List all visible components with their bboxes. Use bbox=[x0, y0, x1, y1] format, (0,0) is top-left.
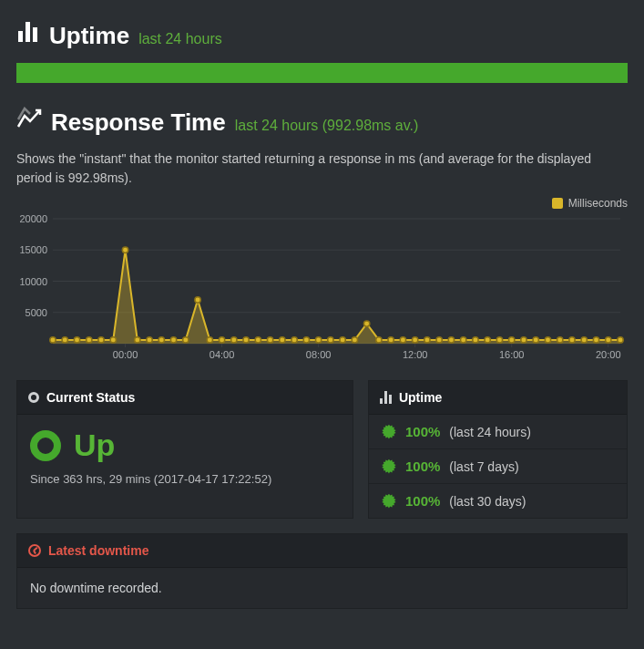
svg-point-41 bbox=[400, 337, 405, 343]
svg-point-16 bbox=[98, 337, 104, 343]
clock-icon bbox=[28, 544, 41, 557]
svg-point-59 bbox=[618, 337, 623, 343]
uptime-panel-header-label: Uptime bbox=[399, 390, 442, 405]
legend-label: Milliseconds bbox=[568, 197, 628, 210]
svg-point-57 bbox=[593, 337, 598, 343]
status-ring-icon bbox=[30, 430, 61, 461]
svg-point-27 bbox=[231, 337, 237, 343]
svg-point-12 bbox=[50, 337, 56, 343]
svg-point-42 bbox=[412, 337, 417, 343]
status-since: Since 363 hrs, 29 mins (2017-04-17 17:22… bbox=[30, 472, 340, 486]
response-description: Shows the "instant" that the monitor sta… bbox=[16, 149, 628, 188]
response-title: Response Time bbox=[51, 108, 226, 137]
svg-text:20000: 20000 bbox=[19, 213, 47, 224]
svg-text:5000: 5000 bbox=[26, 307, 47, 318]
uptime-period: (last 7 days) bbox=[449, 459, 518, 474]
starburst-icon bbox=[382, 494, 396, 509]
uptime-row: 100%(last 30 days) bbox=[369, 483, 627, 518]
svg-point-58 bbox=[606, 337, 611, 343]
svg-point-31 bbox=[280, 337, 285, 343]
current-status-header: Current Status bbox=[17, 381, 353, 415]
svg-point-54 bbox=[557, 337, 563, 343]
status-panels-row: Current Status Up Since 363 hrs, 29 mins… bbox=[16, 380, 628, 519]
latest-downtime-panel: Latest downtime No downtime recorded. bbox=[16, 533, 628, 609]
svg-point-17 bbox=[110, 337, 116, 343]
svg-point-15 bbox=[87, 337, 92, 343]
svg-point-45 bbox=[448, 337, 454, 343]
svg-point-38 bbox=[363, 321, 369, 326]
uptime-pct: 100% bbox=[405, 424, 440, 439]
bars-mini-icon bbox=[380, 391, 392, 404]
svg-point-46 bbox=[460, 337, 465, 343]
uptime-pct: 100% bbox=[405, 458, 440, 474]
bars-icon bbox=[16, 20, 40, 44]
uptime-title: Uptime bbox=[49, 22, 129, 50]
svg-text:12:00: 12:00 bbox=[403, 349, 428, 360]
svg-point-39 bbox=[376, 337, 382, 343]
svg-text:00:00: 00:00 bbox=[113, 349, 138, 360]
svg-point-25 bbox=[207, 337, 212, 343]
svg-point-43 bbox=[424, 337, 430, 343]
uptime-bar bbox=[16, 63, 628, 83]
response-subtitle: last 24 hours (992.98ms av.) bbox=[235, 118, 419, 134]
svg-point-34 bbox=[315, 337, 321, 343]
response-section-header: Response Time last 24 hours (992.98ms av… bbox=[16, 107, 628, 137]
uptime-panel-header: Uptime bbox=[369, 381, 627, 415]
svg-point-44 bbox=[436, 337, 442, 343]
svg-point-35 bbox=[328, 337, 333, 343]
uptime-subtitle: last 24 hours bbox=[138, 31, 222, 47]
latest-downtime-body: No downtime recorded. bbox=[17, 568, 627, 608]
svg-text:08:00: 08:00 bbox=[306, 349, 332, 360]
starburst-icon bbox=[382, 459, 396, 474]
svg-point-21 bbox=[158, 337, 164, 343]
uptime-row: 100%(last 24 hours) bbox=[369, 415, 627, 448]
svg-point-24 bbox=[195, 297, 200, 303]
uptime-list: 100%(last 24 hours)100%(last 7 days)100%… bbox=[369, 415, 627, 518]
svg-point-47 bbox=[473, 337, 478, 343]
status-dot-icon bbox=[28, 392, 39, 403]
svg-rect-0 bbox=[18, 31, 23, 42]
svg-point-22 bbox=[170, 337, 176, 343]
svg-point-23 bbox=[183, 337, 189, 343]
svg-point-33 bbox=[303, 337, 309, 343]
svg-point-32 bbox=[291, 337, 297, 343]
svg-text:10000: 10000 bbox=[19, 276, 47, 287]
svg-point-36 bbox=[340, 337, 345, 343]
chart-legend: Milliseconds bbox=[16, 197, 628, 210]
svg-rect-1 bbox=[26, 22, 30, 42]
response-chart: Milliseconds 500010000150002000000:0004:… bbox=[16, 197, 628, 364]
svg-text:20:00: 20:00 bbox=[596, 349, 621, 360]
latest-downtime-header: Latest downtime bbox=[17, 534, 627, 568]
trend-icon bbox=[16, 107, 42, 130]
svg-point-56 bbox=[581, 337, 587, 343]
svg-point-55 bbox=[569, 337, 575, 343]
svg-point-19 bbox=[135, 337, 140, 343]
status-main: Up bbox=[30, 428, 340, 463]
uptime-pct: 100% bbox=[405, 493, 440, 509]
svg-point-51 bbox=[521, 337, 526, 343]
uptime-period: (last 24 hours) bbox=[449, 425, 530, 439]
svg-point-13 bbox=[62, 337, 67, 343]
current-status-header-label: Current Status bbox=[46, 390, 135, 405]
svg-text:04:00: 04:00 bbox=[210, 349, 235, 360]
uptime-section-header: Uptime last 24 hours bbox=[16, 20, 628, 50]
svg-point-28 bbox=[243, 337, 249, 343]
svg-point-30 bbox=[267, 337, 272, 343]
svg-point-14 bbox=[74, 337, 79, 343]
svg-point-20 bbox=[147, 337, 152, 343]
svg-point-53 bbox=[545, 337, 550, 343]
current-status-panel: Current Status Up Since 363 hrs, 29 mins… bbox=[16, 380, 353, 519]
svg-point-40 bbox=[388, 337, 394, 343]
latest-downtime-header-label: Latest downtime bbox=[48, 543, 148, 558]
svg-point-49 bbox=[496, 337, 502, 343]
svg-point-29 bbox=[255, 337, 261, 343]
uptime-row: 100%(last 7 days) bbox=[369, 448, 627, 483]
svg-text:16:00: 16:00 bbox=[499, 349, 525, 360]
svg-rect-2 bbox=[33, 27, 37, 42]
svg-point-37 bbox=[352, 337, 357, 343]
svg-text:15000: 15000 bbox=[19, 244, 47, 255]
starburst-icon bbox=[382, 425, 396, 439]
svg-point-50 bbox=[509, 337, 515, 343]
svg-point-48 bbox=[485, 337, 490, 343]
chart-svg: 500010000150002000000:0004:0008:0012:001… bbox=[16, 213, 628, 364]
